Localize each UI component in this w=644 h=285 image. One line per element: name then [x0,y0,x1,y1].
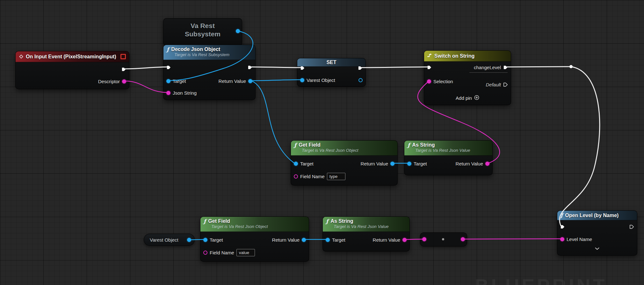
get-field-bottom-header: ƒ Get Field Target is Va Rest Json Objec… [200,217,309,232]
set-varest-input-row: Varest Object [300,77,335,84]
switch-case-row: changeLevel [474,64,508,71]
reroute-out-pin[interactable] [461,237,465,241]
varest-object-pin[interactable] [300,78,304,82]
wire-exec-event-to-decode [125,67,167,69]
varest-object-getter-label: Varest Object [150,237,178,243]
node-title: On Input Event (PixelStreamingInput) [26,54,116,60]
event-descriptor-row: Descriptor [98,78,126,85]
open-level-exec-in-row [560,223,565,230]
node-on-input-event[interactable]: On Input Event (PixelStreamingInput) Des… [15,51,129,89]
node-open-level[interactable]: ƒ Open Level (by Name) Level Name [557,210,637,256]
return-value-label: Return Value [219,78,246,84]
target-pin[interactable] [294,162,298,166]
exec-in-pin[interactable] [427,65,432,70]
node-get-field-top[interactable]: ƒ Get Field Target is Va Rest Json Objec… [291,140,398,186]
set-exec-out-row [358,64,363,71]
node-title: Get Field [208,218,230,224]
get-field-top-fieldname-row: Field Name type [294,172,345,180]
function-icon: ƒ [408,142,410,148]
node-varest-subsystem[interactable]: Va Rest Subsystem [163,18,242,46]
open-level-expand-row[interactable] [557,245,637,252]
exec-in-pin[interactable] [300,66,305,70]
target-label: Target [332,237,345,243]
target-pin[interactable] [203,238,207,242]
case-changelevel-exec-pin[interactable] [503,65,508,70]
event-stop-icon [120,54,126,59]
node-set-varest-object[interactable]: SET Varest Object [297,58,366,87]
get-field-top-return-row: Return Value [361,160,394,167]
node-varest-object-getter[interactable]: Varest Object [144,234,195,246]
exec-in-pin[interactable] [560,224,565,229]
chevron-down-icon[interactable] [595,245,599,251]
get-field-bottom-target-row: Target [203,236,223,243]
exec-reroute-knot[interactable] [569,65,573,68]
json-string-pin[interactable] [166,91,170,95]
switch-exec-in-row [427,64,432,71]
get-field-bottom-return-row: Return Value [272,236,306,243]
event-diamond-icon [19,54,24,59]
varest-object-out-pin[interactable] [358,78,363,82]
target-pin[interactable] [407,162,411,166]
exec-out-pin[interactable] [121,67,126,72]
function-icon: ƒ [561,213,563,218]
node-subtitle: Target is Va Rest Subsystem [174,52,252,57]
subsystem-title: Va Rest Subsystem [163,22,242,39]
node-get-field-bottom[interactable]: ƒ Get Field Target is Va Rest Json Objec… [200,216,309,262]
add-pin-icon[interactable] [474,95,479,101]
event-node-header: On Input Event (PixelStreamingInput) [16,51,129,62]
as-string-bottom-header: ƒ As String Target is Va Rest Json Value [323,217,409,232]
varest-object-out-pin[interactable] [187,238,191,242]
return-value-pin[interactable] [485,162,489,166]
default-exec-pin[interactable] [503,82,508,87]
node-title: SET [326,60,336,65]
field-name-pin[interactable] [203,251,207,255]
selection-label: Selection [433,79,453,84]
switch-add-pin-row[interactable]: Add pin [424,94,511,101]
node-subtitle: Target is Va Rest Json Value [334,224,406,229]
selection-pin[interactable] [427,79,431,84]
open-level-exec-out-row [629,223,634,230]
return-value-pin[interactable] [302,238,306,242]
exec-out-pin[interactable] [248,65,252,70]
node-as-string-bottom[interactable]: ƒ As String Target is Va Rest Json Value… [322,216,410,252]
return-value-pin[interactable] [248,79,252,83]
decode-return-row: Return Value [219,77,252,84]
field-name-input[interactable]: type [327,173,345,180]
return-value-label: Return Value [272,237,300,243]
reroute-in-pin[interactable] [422,237,426,241]
node-title: As String [330,218,353,224]
descriptor-pin[interactable] [122,79,126,84]
open-level-levelname-row: Level Name [560,236,592,243]
node-as-string-top[interactable]: ƒ As String Target is Va Rest Json Value… [404,140,493,175]
level-name-pin[interactable] [560,237,564,241]
return-value-pin[interactable] [390,162,394,166]
add-pin-label: Add pin [456,95,472,101]
get-field-top-target-row: Target [294,160,314,167]
target-pin[interactable] [326,238,330,242]
exec-out-pin[interactable] [629,224,634,229]
node-switch-on-string[interactable]: Switch on String changeLevel Selection D… [424,50,511,105]
blueprint-watermark: BLUEPRINT [475,275,607,285]
field-name-input[interactable]: value [236,249,255,256]
blueprint-canvas[interactable]: BLUEPRINT On Input Event (PixelStreaming… [0,0,644,285]
exec-out-pin[interactable] [358,66,363,70]
exec-in-pin[interactable] [166,65,171,70]
subsystem-title-line1: Va Rest [163,22,242,30]
node-decode-json-object[interactable]: ƒ Decode Json Object Target is Va Rest S… [163,45,256,100]
subsystem-return-pin[interactable] [236,29,240,33]
target-pin[interactable] [166,79,170,83]
as-string-bottom-target-row: Target [326,236,345,243]
node-title: As String [412,142,435,148]
as-string-top-return-row: Return Value [456,160,489,167]
get-field-top-header: ƒ Get Field Target is Va Rest Json Objec… [291,141,397,156]
wire-exec-decode-to-set [251,67,301,68]
as-string-top-target-row: Target [407,160,427,167]
wire-return-to-getfield-target [251,81,294,163]
target-label: Target [210,237,223,243]
node-reroute[interactable] [420,232,467,246]
target-label: Target [300,161,314,166]
field-name-pin[interactable] [294,174,298,179]
return-value-pin[interactable] [402,238,407,242]
target-label: Target [173,78,186,84]
target-label: Target [414,161,427,166]
